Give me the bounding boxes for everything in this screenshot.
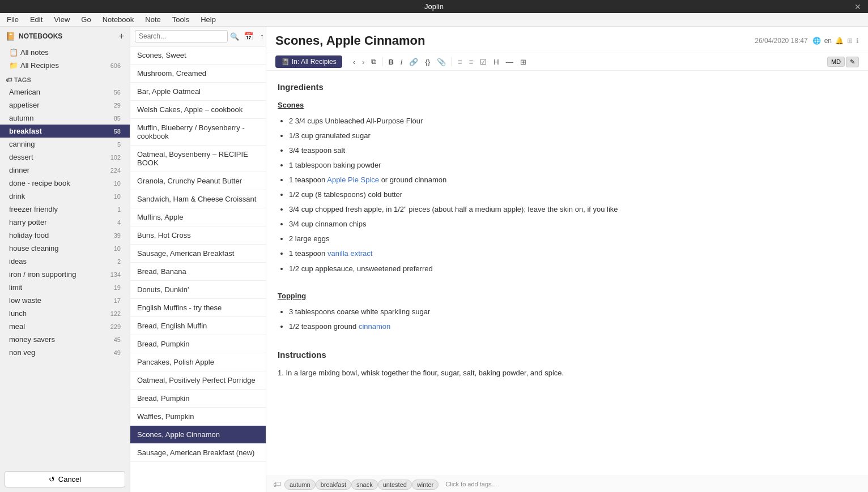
sidebar-tag-canning[interactable]: canning5	[0, 138, 130, 151]
sidebar-tag-holiday-food[interactable]: holiday food39	[0, 229, 130, 242]
footer-tag-untested[interactable]: untested	[378, 480, 412, 490]
scone-ingredient-9: 1 teaspoon vanilla extract	[289, 247, 857, 260]
note-list-toolbar: 🔍 📅 ↑ ☑ 💬	[130, 27, 266, 46]
notebook-btn-label: In: All Recipies	[292, 58, 337, 66]
sidebar-tag-limit[interactable]: limit19	[0, 281, 130, 294]
sidebar-tag-breakfast[interactable]: breakfast58	[0, 125, 130, 138]
note-title: Scones, Apple Cinnamon	[275, 33, 755, 48]
footer-tag-autumn[interactable]: autumn	[284, 480, 316, 490]
sidebar-tag-dessert[interactable]: dessert102	[0, 151, 130, 164]
main-layout: 📔 NOTEBOOKS + 📋 All notes 📁 All Recipies…	[0, 27, 868, 492]
menu-item-note[interactable]: Note	[143, 14, 163, 25]
note-list-item[interactable]: Scones, Sweet	[130, 46, 266, 65]
nav-fwd-button[interactable]: ›	[359, 56, 367, 68]
tags-section-header: 🏷 TAGS	[0, 72, 130, 85]
note-list-item[interactable]: Sausage, American Breakfast (new)	[130, 444, 266, 462]
note-list-item[interactable]: Mushroom, Creamed	[130, 65, 266, 83]
close-button[interactable]: ✕	[854, 2, 861, 11]
bold-button[interactable]: B	[385, 56, 396, 68]
note-list-item[interactable]: Granola, Crunchy Peanut Butter	[130, 172, 266, 190]
note-list-item[interactable]: Welsh Cakes, Apple – cookbook	[130, 101, 266, 119]
menu-item-notebook[interactable]: Notebook	[100, 14, 137, 25]
note-list-item[interactable]: Bread, Pumpkin	[130, 335, 266, 353]
footer-tag-snack[interactable]: snack	[351, 480, 378, 490]
sidebar-tag-ideas[interactable]: ideas2	[0, 255, 130, 268]
tag-item-label: done - recipe book	[9, 179, 70, 187]
columns-icon: ⊞	[847, 37, 853, 45]
heading-button[interactable]: H	[491, 56, 501, 68]
sidebar-tag-low-waste[interactable]: low waste17	[0, 294, 130, 307]
note-list-item[interactable]: Bar, Apple Oatmeal	[130, 83, 266, 101]
sidebar-tag-appetiser[interactable]: appetiser29	[0, 99, 130, 112]
sidebar-tag-done---recipe-book[interactable]: done - recipe book10	[0, 177, 130, 190]
note-list-item[interactable]: Sausage, American Breakfast	[130, 245, 266, 263]
sidebar-tag-American[interactable]: American56	[0, 85, 130, 99]
italic-button[interactable]: I	[398, 56, 406, 68]
vanilla-extract-link[interactable]: vanilla extract	[327, 249, 372, 258]
nav-back-button[interactable]: ‹	[350, 56, 358, 68]
link-button[interactable]: 🔗	[406, 56, 421, 68]
add-tag-button[interactable]: Click to add tags...	[442, 480, 500, 489]
sidebar-tag-dinner[interactable]: dinner224	[0, 164, 130, 177]
note-list-item[interactable]: Buns, Hot Cross	[130, 226, 266, 245]
note-list-item[interactable]: Scones, Apple Cinnamon	[130, 426, 266, 444]
note-meta-icons: 🌐 en 🔔 ⊞ ℹ	[812, 37, 859, 45]
menu-item-tools[interactable]: Tools	[170, 14, 192, 25]
note-list-item[interactable]: Donuts, Dunkin'	[130, 281, 266, 299]
sidebar-tag-house-cleaning[interactable]: house cleaning10	[0, 242, 130, 255]
sidebar-tag-harry-potter[interactable]: harry potter4	[0, 216, 130, 229]
table-button[interactable]: ⊞	[517, 56, 529, 68]
note-list-item[interactable]: Waffles, Pumpkin	[130, 408, 266, 426]
checklist-button[interactable]: ☑	[477, 56, 490, 68]
sidebar-tag-non-veg[interactable]: non veg49	[0, 346, 130, 359]
note-list-item[interactable]: Bread, Pumpkin	[130, 390, 266, 408]
footer-tag-breakfast[interactable]: breakfast	[316, 480, 351, 490]
sort-by-date-button[interactable]: 📅	[241, 31, 256, 42]
note-list-item[interactable]: Oatmeal, Positively Perfect Porridge	[130, 371, 266, 390]
hr-button[interactable]: —	[503, 56, 516, 68]
notebook-button[interactable]: 📓 In: All Recipies	[275, 55, 342, 68]
apple-pie-spice-link[interactable]: Apple Pie Spice	[327, 176, 379, 184]
menu-item-go[interactable]: Go	[79, 14, 93, 25]
external-edit-button[interactable]: ⧉	[368, 55, 379, 68]
note-list-item[interactable]: Pancakes, Polish Apple	[130, 353, 266, 371]
sidebar-item-all-notes[interactable]: 📋 All notes	[0, 46, 130, 59]
ol-button[interactable]: ≡	[466, 56, 476, 68]
menu-item-edit[interactable]: Edit	[28, 14, 45, 25]
note-list-item[interactable]: Bread, Banana	[130, 263, 266, 281]
sidebar-tag-autumn[interactable]: autumn85	[0, 112, 130, 125]
scone-ingredient-0: 2 3/4 cups Unbleached All-Purpose Flour	[289, 115, 857, 127]
footer-tag-winter[interactable]: winter	[412, 480, 439, 490]
tag-item-count: 19	[114, 284, 121, 291]
note-list-item[interactable]: Bread, English Muffin	[130, 317, 266, 335]
markdown-mode-button[interactable]: MD	[827, 57, 845, 67]
attach-button[interactable]: 📎	[434, 56, 449, 68]
menu-item-help[interactable]: Help	[198, 14, 218, 25]
sidebar-tag-meal[interactable]: meal229	[0, 320, 130, 333]
tag-item-label: low waste	[9, 296, 41, 305]
code-button[interactable]: {}	[422, 56, 433, 68]
add-notebook-button[interactable]: +	[119, 31, 124, 41]
note-list-item[interactable]: Oatmeal, Boysenberry – RECIPIE BOOK	[130, 146, 266, 172]
sidebar-tag-money-savers[interactable]: money savers45	[0, 333, 130, 346]
note-list-item[interactable]: Sandwich, Ham & Cheese Croissant	[130, 190, 266, 208]
edit-mode-button[interactable]: ✎	[846, 57, 859, 67]
note-list-item[interactable]: Muffins, Apple	[130, 208, 266, 226]
note-toolbar: 📓 In: All Recipies ‹ › ⧉ B I 🔗 {} 📎 ≡ ≡ …	[266, 53, 868, 71]
sidebar-tag-iron---iron-supporting[interactable]: iron / iron supporting134	[0, 268, 130, 281]
note-list-item[interactable]: English Muffins - try these	[130, 299, 266, 317]
search-input[interactable]	[135, 30, 228, 42]
menu-item-view[interactable]: View	[52, 14, 72, 25]
ul-button[interactable]: ≡	[455, 56, 465, 68]
reverse-sort-button[interactable]: ↑	[258, 31, 266, 42]
cancel-button[interactable]: ↺ Cancel	[5, 471, 125, 487]
cinnamon-link[interactable]: cinnamon	[359, 322, 390, 331]
menu-item-file[interactable]: File	[5, 14, 21, 25]
tag-item-count: 58	[114, 128, 121, 135]
sidebar-tag-freezer-friendly[interactable]: freezer friendly1	[0, 203, 130, 216]
tag-item-label: breakfast	[9, 127, 42, 135]
sidebar-tag-lunch[interactable]: lunch122	[0, 307, 130, 320]
sidebar-item-all-recipies[interactable]: 📁 All Recipies 606	[0, 59, 130, 72]
note-list-item[interactable]: Muffin, Blueberry / Boysenberry - cookbo…	[130, 119, 266, 146]
sidebar-tag-drink[interactable]: drink10	[0, 190, 130, 203]
